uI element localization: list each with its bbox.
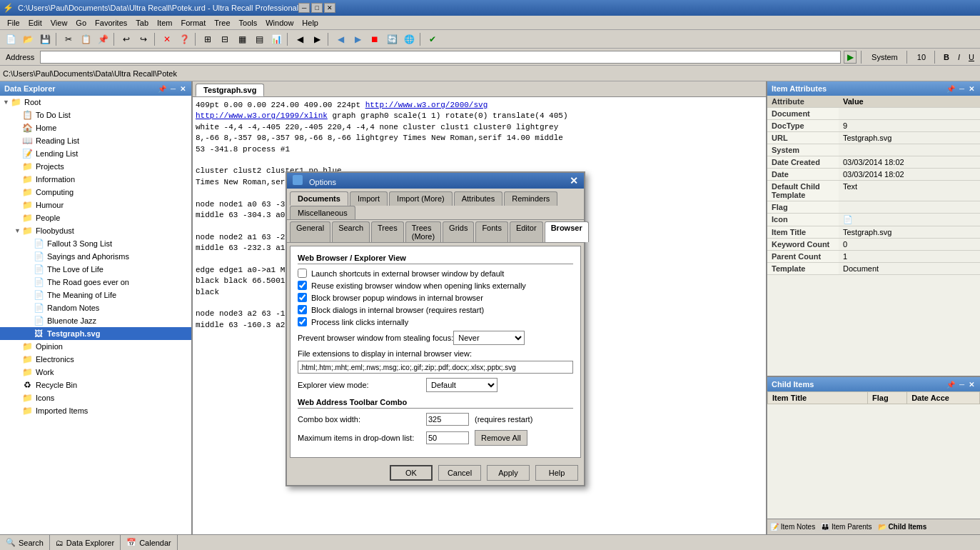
web-back[interactable]: ◀	[333, 32, 348, 46]
underline-btn[interactable]: U	[969, 53, 974, 61]
help-dialog-button[interactable]: Help	[535, 465, 578, 481]
tree-item-recycle[interactable]: ♻Recycle Bin	[0, 379, 191, 391]
tree-item-floobydust[interactable]: ▼📁Floobydust	[0, 224, 191, 237]
panel-pin-button[interactable]: 📌	[156, 85, 168, 93]
check-button[interactable]: ✔	[425, 32, 440, 46]
dialog-subtab-1[interactable]: Search	[332, 221, 370, 242]
minimize-button[interactable]: ─	[298, 3, 310, 13]
address-go[interactable]: ▶	[844, 51, 857, 64]
tree-item-imported[interactable]: 📁Imported Items	[0, 404, 191, 417]
tab-testgraph[interactable]: Testgraph.svg	[196, 84, 264, 96]
menu-help[interactable]: Help	[298, 17, 323, 29]
menu-tools[interactable]: Tools	[235, 17, 262, 29]
tree-area[interactable]: ▼📁Root📋To Do List🏠Home📖Reading List📝Lend…	[0, 96, 191, 534]
child-col-2[interactable]: Date Acce	[907, 392, 980, 404]
child-col-0[interactable]: Item Title	[768, 392, 868, 404]
dialog-tab-0[interactable]: Documents	[290, 191, 348, 206]
tree-item-electronics[interactable]: 📁Electronics	[0, 353, 191, 366]
web-home[interactable]: 🌐	[401, 32, 417, 46]
tree-item-reading[interactable]: 📖Reading List	[0, 134, 191, 147]
panel-close-button[interactable]: ✕	[178, 85, 187, 93]
dialog-subtab-0[interactable]: General	[290, 221, 330, 242]
checkbox-cb3[interactable]	[298, 293, 307, 302]
web-forward[interactable]: ▶	[350, 32, 365, 46]
item-button-1[interactable]: ⊞	[200, 32, 216, 46]
paste-button[interactable]: 📌	[95, 32, 111, 46]
search-bottom-btn[interactable]: 🔍 Search	[0, 535, 50, 550]
tree-item-opinion[interactable]: 📁Opinion	[0, 340, 191, 353]
item-button-2[interactable]: ⊟	[217, 32, 233, 46]
menu-view[interactable]: View	[46, 17, 72, 29]
menu-format[interactable]: Format	[176, 17, 210, 29]
tree-expand-floobydust[interactable]: ▼	[14, 227, 21, 234]
menu-file[interactable]: File	[3, 17, 24, 29]
item-parents-link[interactable]: 👪 Item Parents	[821, 523, 872, 531]
tree-item-fallout[interactable]: 📄Fallout 3 Song List	[0, 237, 191, 250]
tree-item-roadgoes[interactable]: 📄The Road goes ever on	[0, 276, 191, 289]
dialog-subtab-6[interactable]: Editor	[510, 221, 543, 242]
tree-item-randomnotes[interactable]: 📄Random Notes	[0, 301, 191, 314]
tree-item-home[interactable]: 🏠Home	[0, 121, 191, 134]
tree-item-meaninglife[interactable]: 📄The Meaning of Life	[0, 289, 191, 301]
dialog-tab-3[interactable]: Attributes	[454, 191, 502, 206]
tree-item-bluenotejazz[interactable]: 📄Bluenote Jazz	[0, 314, 191, 327]
ci-minimize-button[interactable]: ─	[958, 381, 966, 389]
dialog-subtab-3[interactable]: Trees (More)	[405, 221, 441, 242]
menu-go[interactable]: Go	[71, 17, 91, 29]
nav-forward[interactable]: ▶	[309, 32, 325, 46]
dialog-tab-2[interactable]: Import (More)	[389, 191, 453, 206]
tree-item-sayings[interactable]: 📄Sayings and Aphorisms	[0, 250, 191, 263]
ra-close-button[interactable]: ✕	[967, 85, 976, 93]
cancel-button[interactable]: Cancel	[438, 465, 481, 481]
checkbox-cb4[interactable]	[298, 305, 307, 314]
explorer-mode-select[interactable]: DefaultDetailsIconsListSmall Icons	[426, 378, 497, 392]
item-notes-link[interactable]: 📝 Item Notes	[770, 523, 815, 531]
save-button[interactable]: 💾	[37, 32, 53, 46]
tree-item-lovelife[interactable]: 📄The Love of Life	[0, 263, 191, 276]
tree-item-computing[interactable]: 📁Computing	[0, 186, 191, 199]
item-button-5[interactable]: 📊	[268, 32, 284, 46]
ra-minimize-button[interactable]: ─	[958, 85, 966, 93]
remove-all-button[interactable]: Remove All	[475, 430, 527, 446]
ci-close-button[interactable]: ✕	[967, 381, 976, 389]
maximize-button[interactable]: □	[311, 3, 323, 13]
item-button-3[interactable]: ▦	[234, 32, 250, 46]
dialog-subtab-4[interactable]: Grids	[443, 221, 474, 242]
open-button[interactable]: 📂	[20, 32, 36, 46]
tree-item-information[interactable]: 📁Information	[0, 173, 191, 186]
redo-button[interactable]: ↪	[136, 32, 151, 46]
combo-width-input[interactable]	[426, 413, 469, 426]
dialog-tab-1[interactable]: Import	[350, 191, 388, 206]
menu-window[interactable]: Window	[261, 17, 298, 29]
undo-button[interactable]: ↩	[118, 32, 134, 46]
italic-btn[interactable]: I	[958, 53, 960, 61]
help-button[interactable]: ❓	[176, 32, 192, 46]
menu-edit[interactable]: Edit	[24, 17, 46, 29]
menu-item[interactable]: Item	[153, 17, 176, 29]
tree-item-testgraph[interactable]: 🖼Testgraph.svg	[0, 327, 191, 340]
address-input[interactable]	[40, 51, 841, 64]
dialog-close-button[interactable]: ✕	[570, 175, 578, 186]
ok-button[interactable]: OK	[390, 465, 433, 481]
tree-expand-root[interactable]: ▼	[3, 99, 10, 106]
menu-tab[interactable]: Tab	[131, 17, 153, 29]
new-button[interactable]: 📄	[3, 32, 19, 46]
item-button-4[interactable]: ▤	[251, 32, 267, 46]
close-button[interactable]: ✕	[324, 3, 335, 13]
panel-minimize-button[interactable]: ─	[169, 85, 177, 93]
data-explorer-bottom-btn[interactable]: 🗂 Data Explorer	[50, 535, 121, 550]
dialog-subtab-5[interactable]: Fonts	[475, 221, 508, 242]
max-items-input[interactable]	[426, 431, 469, 444]
tree-item-projects[interactable]: 📁Projects	[0, 160, 191, 173]
nav-back[interactable]: ◀	[292, 32, 308, 46]
ra-pin-button[interactable]: 📌	[945, 85, 956, 93]
tree-item-work[interactable]: 📁Work	[0, 366, 191, 379]
tree-item-people[interactable]: 📁People	[0, 211, 191, 224]
file-ext-input[interactable]	[298, 361, 573, 374]
content-link[interactable]: http://www.w3.org/2000/svg	[365, 101, 488, 109]
dialog-tab-4[interactable]: Reminders	[504, 191, 557, 206]
tree-item-lending[interactable]: 📝Lending List	[0, 147, 191, 160]
copy-button[interactable]: 📋	[78, 32, 94, 46]
web-stop[interactable]: ⏹	[367, 32, 383, 46]
calendar-bottom-btn[interactable]: 📅 Calendar	[121, 535, 178, 550]
